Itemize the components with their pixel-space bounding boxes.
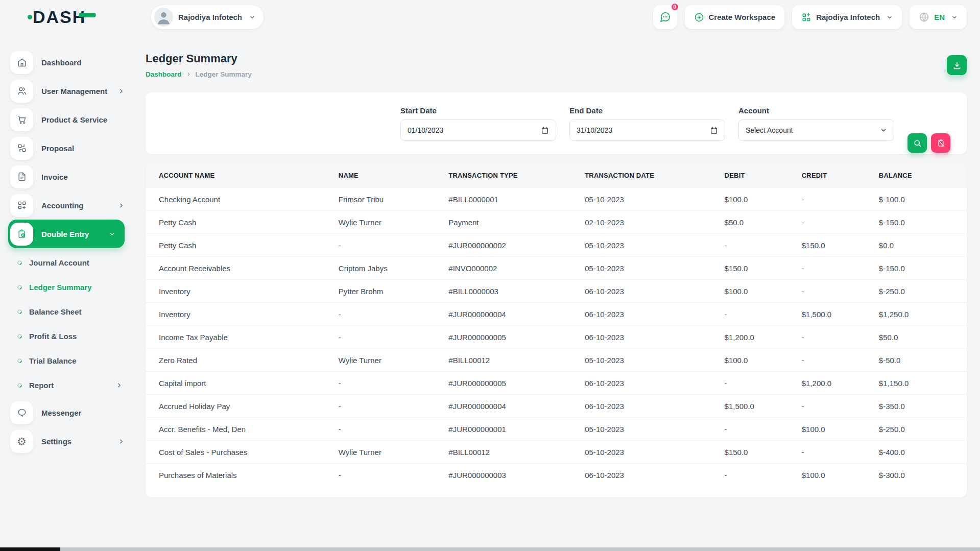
table-cell: 05-10-2023 [581, 349, 720, 372]
end-date-label: End Date [569, 106, 725, 115]
sidebar-item-settings[interactable]: ⚙ Settings [10, 427, 134, 456]
table-cell: - [721, 372, 798, 395]
clipboard-off-icon [937, 139, 945, 148]
table-cell: - [721, 464, 798, 487]
ledger-table-body: Checking AccountFrimsor Tribu#BILL000000… [146, 188, 967, 486]
table-cell: #INVO000002 [444, 257, 581, 280]
breadcrumb-dashboard-link[interactable]: Dashboard [146, 70, 182, 78]
accounting-grid-icon [10, 194, 33, 217]
account-select[interactable]: Select Account [738, 119, 894, 141]
sidebar-item-double-entry[interactable]: Double Entry [8, 220, 125, 248]
table-cell: #JUR000000005 [444, 326, 581, 349]
bullet-icon [16, 284, 23, 291]
table-cell: $0.0 [875, 234, 967, 257]
table-cell: $50.0 [875, 326, 967, 349]
table-cell: #JUR000000002 [444, 234, 581, 257]
table-cell: - [798, 188, 875, 211]
sidebar-item-proposal[interactable]: Proposal [10, 134, 134, 162]
table-cell: $100.0 [798, 418, 875, 441]
table-cell: $100.0 [798, 464, 875, 487]
chevron-down-icon [249, 14, 255, 20]
table-row: Purchases of Materials-#JUR00000000306-1… [146, 464, 967, 487]
table-cell: #BILL00012 [444, 349, 581, 372]
table-cell: Petty Cash [146, 211, 334, 234]
search-button[interactable] [907, 133, 927, 153]
sidebar-subitem-journal-account[interactable]: Journal Account [17, 250, 134, 275]
table-cell: $1,150.0 [875, 372, 967, 395]
table-cell: Petty Cash [146, 234, 334, 257]
table-cell: - [334, 395, 444, 418]
language-selector[interactable]: EN [910, 5, 967, 29]
topbar: DASH Rajodiya Infotech 0 Create Workspac… [0, 0, 980, 35]
double-entry-submenu: Journal Account Ledger Summary Balance S… [10, 248, 134, 398]
invoice-document-icon [10, 165, 33, 188]
sidebar-item-accounting[interactable]: Accounting [10, 191, 134, 220]
end-date-input[interactable]: 31/10/2023 [569, 119, 725, 141]
table-cell: 05-10-2023 [581, 441, 720, 464]
end-date-value: 31/10/2023 [577, 126, 612, 134]
table-row: Inventory-#JUR00000000406-10-2023-$1,500… [146, 303, 967, 326]
messenger-chat-icon [10, 401, 33, 424]
sidebar-item-user-management[interactable]: User Management [10, 77, 134, 105]
column-header-transaction-type: TRANSACTION TYPE [444, 163, 581, 188]
table-cell: $-250.0 [875, 280, 967, 303]
cart-icon [10, 108, 33, 131]
bullet-icon [16, 333, 23, 340]
sidebar-subitem-trial-balance[interactable]: Trial Balance [17, 348, 134, 373]
breadcrumb: Dashboard Ledger Summary [146, 70, 967, 78]
table-cell: $150.0 [798, 234, 875, 257]
create-workspace-button[interactable]: Create Workspace [685, 5, 785, 29]
table-cell: Purchases of Materials [146, 464, 334, 487]
table-row: Accrued Holiday Pay-#JUR00000000406-10-2… [146, 395, 967, 418]
globe-icon [919, 12, 929, 22]
sidebar-item-messenger[interactable]: Messenger [10, 398, 134, 427]
table-cell: 05-10-2023 [581, 418, 720, 441]
chevron-down-icon [951, 14, 958, 20]
column-header-transaction-date: TRANSACTION DATE [581, 163, 720, 188]
table-cell: - [798, 257, 875, 280]
table-cell: 06-10-2023 [581, 464, 720, 487]
messages-badge: 0 [671, 3, 679, 11]
table-cell: $1,250.0 [875, 303, 967, 326]
table-cell: #JUR000000004 [444, 303, 581, 326]
create-workspace-label: Create Workspace [709, 13, 776, 21]
table-cell: #BILL0000003 [444, 280, 581, 303]
download-button[interactable] [947, 55, 967, 75]
table-cell: Account Receivables [146, 257, 334, 280]
table-row: Account ReceivablesCriptom Jabys#INVO000… [146, 257, 967, 280]
sidebar-subitem-profit-loss[interactable]: Profit & Loss [17, 324, 134, 348]
column-header-name: NAME [334, 163, 444, 188]
sidebar-subitem-ledger-summary[interactable]: Ledger Summary [17, 275, 134, 299]
account-selected-value: Select Account [746, 126, 793, 134]
sidebar-subitem-report[interactable]: Report [17, 373, 134, 397]
plus-circle-icon [694, 12, 704, 22]
table-cell: $50.0 [721, 211, 798, 234]
table-cell: #BILL00012 [444, 441, 581, 464]
table-cell: - [798, 441, 875, 464]
table-cell: Zero Rated [146, 349, 334, 372]
chevron-right-icon [118, 202, 125, 209]
company-selector[interactable]: Rajodiya Infotech [792, 5, 902, 29]
sidebar-item-dashboard[interactable]: Dashboard [10, 48, 134, 77]
table-cell: $-300.0 [875, 464, 967, 487]
sidebar-item-product-service[interactable]: Product & Service [10, 105, 134, 134]
table-cell: $1,200.0 [721, 326, 798, 349]
workspace-name: Rajodiya Infotech [178, 13, 242, 21]
workspace-selector[interactable]: Rajodiya Infotech [151, 5, 264, 29]
table-cell: - [334, 303, 444, 326]
table-cell: - [798, 326, 875, 349]
app-logo: DASH [33, 8, 96, 26]
sidebar-subitem-balance-sheet[interactable]: Balance Sheet [17, 299, 134, 324]
bullet-icon [16, 382, 23, 389]
double-entry-clipboard-icon [10, 223, 33, 246]
page-title: Ledger Summary [146, 52, 967, 65]
chevron-down-icon [109, 231, 115, 237]
start-date-input[interactable]: 01/10/2023 [400, 119, 556, 141]
table-cell: Payment [444, 211, 581, 234]
sidebar-item-invoice[interactable]: Invoice [10, 162, 134, 191]
table-cell: 05-10-2023 [581, 234, 720, 257]
reset-button[interactable] [931, 133, 950, 153]
messages-button[interactable]: 0 [653, 5, 677, 29]
column-header-credit: CREDIT [798, 163, 875, 188]
table-cell: - [798, 395, 875, 418]
